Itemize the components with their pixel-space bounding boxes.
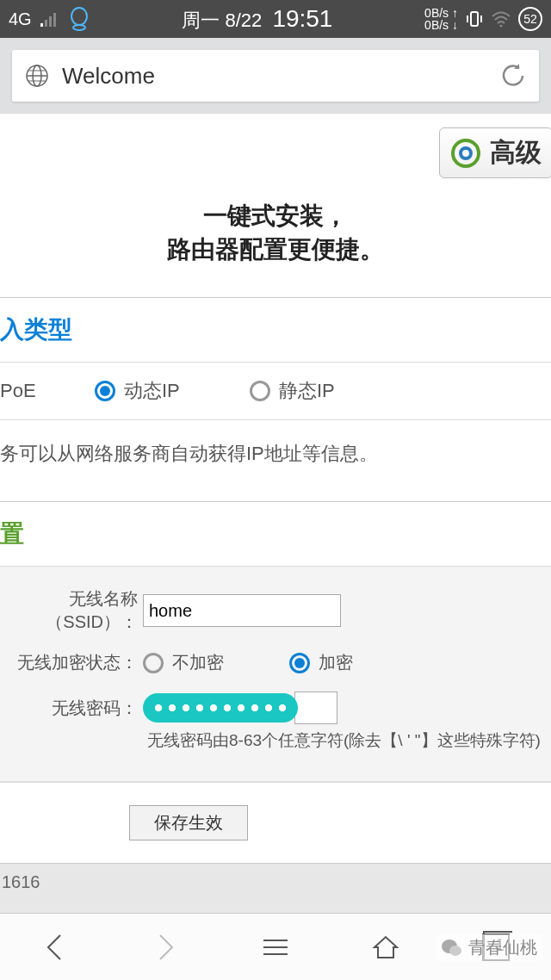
home-button[interactable] — [368, 930, 403, 964]
vibrate-icon — [465, 9, 484, 28]
gear-icon — [450, 138, 481, 169]
ssid-input[interactable] — [143, 594, 341, 627]
svg-rect-6 — [471, 12, 478, 26]
svg-rect-3 — [53, 13, 56, 27]
radio-no-encrypt[interactable]: 不加密 — [143, 651, 289, 674]
encrypt-label: 无线加密状态： — [5, 651, 143, 674]
radio-encrypt[interactable]: 加密 — [289, 651, 353, 674]
svg-rect-2 — [49, 16, 52, 27]
advanced-button[interactable]: 高级 — [439, 127, 551, 178]
svg-point-16 — [461, 148, 471, 158]
svg-point-5 — [73, 25, 85, 30]
page-content: 高级 一键式安装， 路由器配置更便捷。 入类型 PoE 动态IP 静态IP 务可… — [0, 114, 551, 913]
dynamic-ip-hint: 务可以从网络服务商自动获得IP地址等信息。 — [0, 420, 551, 501]
footer-number: 1616 — [0, 863, 551, 913]
save-button[interactable]: 保存生效 — [129, 805, 248, 840]
wifi-icon — [491, 10, 511, 28]
section-wireless: 置 — [0, 502, 551, 566]
radio-static-ip[interactable]: 静态IP — [250, 378, 335, 404]
ssid-label: 无线名称（SSID）： — [5, 587, 143, 634]
refresh-icon[interactable] — [499, 62, 527, 90]
radio-icon — [250, 381, 270, 401]
slogan-text: 一键式安装， 路由器配置更便捷。 — [0, 192, 551, 297]
network-type: 4G — [9, 9, 32, 29]
svg-point-4 — [71, 8, 87, 25]
svg-rect-1 — [45, 20, 47, 27]
password-hint: 无线密码由8-63个任意字符(除去【\ ' "】这些特殊字符) — [5, 729, 546, 752]
access-type-radios: PoE 动态IP 静态IP — [0, 362, 551, 420]
password-mask — [143, 693, 298, 723]
svg-point-21 — [449, 946, 461, 956]
radio-icon — [95, 381, 115, 401]
forward-button[interactable] — [148, 930, 183, 964]
globe-icon — [24, 63, 50, 89]
radio-dynamic-ip[interactable]: 动态IP — [95, 378, 250, 404]
radio-poe[interactable]: PoE — [0, 380, 95, 402]
qq-icon — [68, 7, 90, 31]
wechat-watermark: 青春仙桃 — [436, 934, 542, 961]
back-button[interactable] — [38, 930, 72, 964]
page-title: Welcome — [62, 63, 499, 90]
radio-icon — [289, 653, 310, 673]
radio-icon — [143, 653, 164, 673]
signal-icon — [40, 11, 59, 27]
android-status-bar: 4G 周一 8/22 19:51 0B/s ↑ 0B/s ↓ 52 — [0, 0, 551, 38]
password-label: 无线密码： — [5, 692, 143, 720]
status-date: 周一 8/22 — [182, 9, 262, 31]
svg-rect-0 — [40, 23, 43, 27]
status-time: 19:51 — [272, 5, 332, 32]
network-speed: 0B/s ↑ 0B/s ↓ — [424, 7, 458, 31]
battery-indicator: 52 — [518, 7, 542, 31]
svg-point-15 — [453, 140, 479, 166]
password-input[interactable] — [294, 692, 337, 724]
svg-point-9 — [500, 25, 503, 28]
browser-address-bar[interactable]: Welcome — [12, 50, 539, 102]
menu-button[interactable] — [258, 930, 293, 964]
section-access-type: 入类型 — [0, 298, 551, 362]
